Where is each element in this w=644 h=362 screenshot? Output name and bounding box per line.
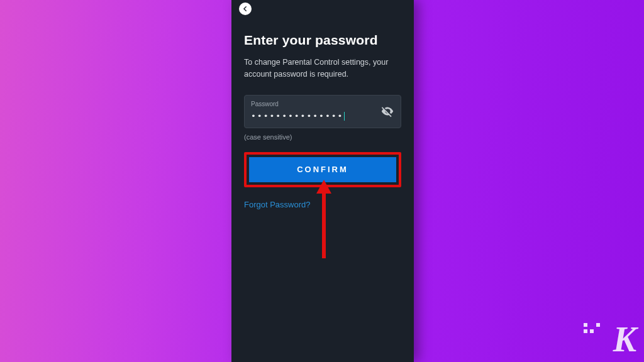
- page-title: Enter your password: [244, 33, 401, 48]
- text-cursor: [344, 112, 345, 121]
- highlight-box: CONFIRM: [244, 152, 401, 187]
- eye-off-icon: [380, 104, 394, 118]
- confirm-button-label: CONFIRM: [297, 165, 348, 174]
- confirm-button[interactable]: CONFIRM: [249, 157, 396, 182]
- page-description: To change Parental Control settings, you…: [244, 57, 401, 81]
- password-label: Password: [251, 101, 373, 107]
- app-stage: Enter your password To change Parental C…: [0, 0, 644, 362]
- chevron-left-icon: [242, 6, 248, 12]
- toggle-visibility-button[interactable]: [380, 104, 394, 118]
- password-field[interactable]: Password •••••••••••••••: [244, 95, 401, 128]
- back-button[interactable]: [239, 3, 252, 15]
- password-hint: (case sensitive): [244, 133, 401, 141]
- content-area: Enter your password To change Parental C…: [231, 0, 414, 209]
- password-value: •••••••••••••••: [251, 111, 343, 121]
- watermark-logo: K: [613, 322, 636, 357]
- phone-frame: Enter your password To change Parental C…: [231, 0, 414, 362]
- forgot-password-link[interactable]: Forgot Password?: [244, 200, 401, 209]
- watermark-dots: [584, 323, 600, 333]
